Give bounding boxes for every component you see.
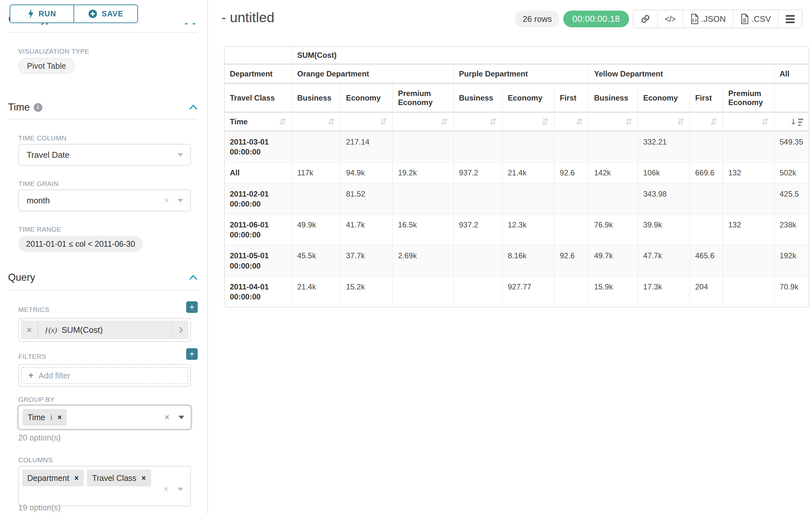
time-axis-label: Time: [230, 117, 248, 126]
department-group-header: Yellow Department: [589, 65, 775, 84]
value-cell: [393, 277, 454, 307]
value-cell: 15.2k: [341, 277, 393, 307]
chevron-up-icon[interactable]: [189, 104, 197, 111]
value-cell: 37.7k: [341, 245, 393, 276]
value-cell: 332.21: [638, 132, 690, 163]
save-button[interactable]: SAVE: [74, 5, 137, 23]
circle-plus-icon: [88, 9, 97, 18]
chart-title[interactable]: - untitled: [222, 10, 274, 25]
department-group-header: All: [775, 65, 809, 84]
value-cell: [393, 132, 454, 163]
share-link-button[interactable]: [634, 10, 658, 28]
travel-class-header: First: [690, 84, 723, 113]
value-cell: [555, 215, 589, 245]
value-cell: [589, 184, 638, 215]
columns-label: COLUMNS: [18, 456, 53, 464]
row-label-cell: 2011-02-01 00:00:00: [225, 184, 292, 215]
clear-icon[interactable]: ×: [164, 196, 169, 205]
value-cell: 142k: [589, 163, 638, 184]
chevron-up-icon[interactable]: [189, 274, 197, 281]
value-cell: [690, 132, 723, 163]
travel-class-axis-label: Travel Class: [225, 84, 292, 113]
remove-metric-icon[interactable]: ×: [21, 321, 38, 339]
columns-helper: 19 option(s): [18, 503, 61, 512]
embed-code-button[interactable]: </>: [658, 10, 683, 28]
sort-icon: ⇵: [489, 117, 497, 127]
visualization-type-label: VISUALIZATION TYPE: [18, 48, 90, 55]
link-icon: [641, 14, 650, 24]
remove-chip-icon[interactable]: ×: [57, 413, 62, 422]
time-grain-select[interactable]: month ×: [18, 190, 191, 211]
visualization-type-chip[interactable]: Pivot Table: [18, 58, 75, 74]
value-cell: [555, 132, 589, 163]
more-options-button[interactable]: [779, 10, 802, 28]
time-range-chip[interactable]: 2011-01-01 ≤ col < 2011-06-30: [18, 236, 143, 252]
export-json-button[interactable]: .JSON: [683, 10, 734, 28]
run-button[interactable]: RUN: [10, 5, 74, 23]
value-cell: 15.9k: [589, 277, 638, 307]
time-column-select[interactable]: Travel Date: [18, 144, 191, 166]
columns-select[interactable]: Department × Travel Class × ×: [18, 466, 191, 506]
travel-class-header: First: [555, 84, 589, 113]
metric-chip[interactable]: × ƒ(x) SUM(Cost): [21, 321, 188, 339]
value-cell: 41.7k: [341, 215, 393, 245]
export-button-group: </> .JSON .CSV: [633, 10, 802, 28]
table-row: 2011-05-01 00:00:0045.5k37.7k2.69k8.16k9…: [225, 245, 809, 276]
column-sort-header[interactable]: ⇵: [638, 113, 690, 132]
clipped-icon-dot: [193, 23, 196, 24]
value-cell: 47.7k: [638, 245, 690, 276]
row-label-cell: All: [225, 163, 292, 184]
value-cell: [723, 132, 775, 163]
column-sort-header[interactable]: ↓: [775, 113, 809, 132]
value-cell: [502, 184, 555, 215]
columns-chip[interactable]: Department ×: [22, 470, 84, 486]
value-cell: [555, 277, 589, 307]
column-sort-header[interactable]: ⇵: [723, 113, 775, 132]
value-cell: 8.16k: [502, 245, 555, 276]
column-sort-header[interactable]: ⇵: [454, 113, 502, 132]
value-cell: 17.3k: [638, 277, 690, 307]
columns-chip[interactable]: Travel Class ×: [87, 470, 151, 486]
add-metric-button[interactable]: +: [186, 301, 198, 313]
add-filter-button[interactable]: +: [186, 348, 198, 360]
value-cell: [723, 184, 775, 215]
value-cell: 502k: [775, 163, 809, 184]
remove-chip-icon[interactable]: ×: [75, 474, 79, 483]
file-text-icon: [741, 14, 749, 24]
chevron-right-icon: [177, 327, 183, 333]
group-by-chip[interactable]: Time i ×: [23, 409, 67, 426]
column-sort-header[interactable]: ⇵: [589, 113, 638, 132]
time-grain-label: TIME GRAIN: [18, 180, 59, 188]
value-cell: 12.3k: [502, 215, 555, 245]
menu-icon: [786, 15, 795, 23]
column-sort-header[interactable]: ⇵: [502, 113, 555, 132]
time-section-header: Time i: [8, 102, 197, 113]
value-cell: [454, 245, 502, 276]
time-sort-header[interactable]: Time⇵: [225, 113, 292, 132]
column-sort-header[interactable]: ⇵: [690, 113, 723, 132]
add-filter-dropzone[interactable]: + Add filter: [21, 367, 188, 384]
value-cell: 937.2: [454, 163, 502, 184]
value-cell: 94.9k: [341, 163, 393, 184]
group-by-select[interactable]: Time i × ×: [18, 405, 192, 430]
export-csv-button[interactable]: .CSV: [733, 10, 779, 28]
column-sort-header[interactable]: ⇵: [292, 113, 341, 132]
remove-chip-icon[interactable]: ×: [142, 474, 146, 483]
clear-icon[interactable]: ×: [163, 485, 169, 494]
travel-class-header: Business: [292, 84, 341, 113]
info-icon[interactable]: i: [50, 413, 52, 422]
travel-class-header: Economy: [502, 84, 555, 113]
value-cell: 76.9k: [589, 215, 638, 245]
plus-icon: +: [28, 371, 33, 381]
time-section-title: Time: [8, 102, 30, 113]
clear-icon[interactable]: ×: [164, 413, 170, 422]
filters-box: + Add filter: [18, 364, 191, 387]
info-icon[interactable]: i: [34, 103, 42, 112]
expand-metric-button[interactable]: [171, 321, 188, 339]
column-sort-header[interactable]: ⇵: [393, 113, 454, 132]
value-cell: [589, 132, 638, 163]
column-sort-header[interactable]: ⇵: [341, 113, 393, 132]
value-cell: 2.69k: [393, 245, 454, 276]
query-timer-badge: 00:00:00.18: [563, 10, 629, 27]
column-sort-header[interactable]: ⇵: [555, 113, 589, 132]
